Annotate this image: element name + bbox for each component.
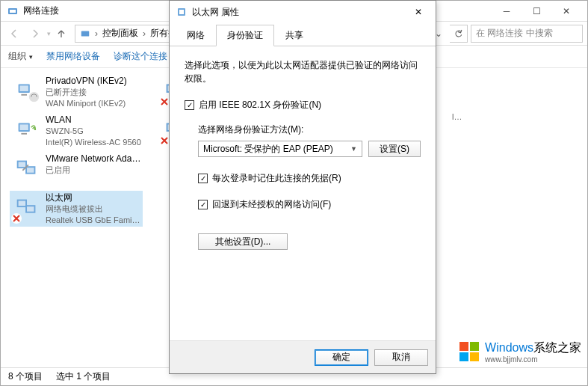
checkbox-label: 回退到未经授权的网络访问(F) (212, 198, 331, 211)
connection-status: 已启用 (46, 165, 141, 176)
svg-rect-5 (21, 94, 27, 96)
dialog-close-button[interactable]: ✕ (407, 3, 430, 21)
connection-item[interactable]: WLAN SWZN-5G Intel(R) Wireless-AC 9560 (10, 113, 158, 149)
tab-authentication[interactable]: 身份验证 (216, 25, 274, 46)
method-label: 选择网络身份验证方法(M): (198, 123, 421, 136)
search-placeholder: 在 网络连接 中搜索 (476, 27, 553, 40)
dialog-body: 选择此选项，以便为此以太网适配器提供已验证的网络访问权限。 启用 IEEE 80… (170, 46, 436, 340)
diagnose-button[interactable]: 诊断这个连接 (114, 50, 167, 63)
connection-device: Realtek USB GbE Family Con (46, 215, 141, 226)
minimize-button[interactable]: ─ (492, 1, 522, 21)
error-icon (159, 135, 170, 146)
svg-rect-1 (10, 10, 16, 13)
svg-rect-27 (179, 10, 184, 14)
watermark: Windows系统之家 www.bjjmlv.com (458, 340, 581, 364)
watermark-brand: Windows (485, 341, 533, 354)
windows-logo-icon (458, 340, 482, 364)
connection-status: SWZN-5G (46, 126, 141, 137)
connection-device: l Ar... (452, 111, 462, 123)
svg-rect-25 (470, 352, 479, 361)
network-icon (11, 192, 43, 224)
auth-method-dropdown[interactable]: Microsoft: 受保护的 EAP (PEAP) ▼ (198, 141, 362, 157)
selected-count: 选中 1 个项目 (56, 370, 111, 383)
item-count: 8 个项目 (8, 370, 43, 383)
dialog-description: 选择此选项，以便为此以太网适配器提供已验证的网络访问权限。 (185, 58, 421, 85)
svg-rect-24 (459, 352, 468, 361)
checkbox-icon (198, 200, 208, 209)
error-icon (159, 96, 170, 107)
connection-item-selected[interactable]: 以太网 网络电缆被拔出 Realtek USB GbE Family Con (10, 191, 143, 227)
other-settings-button[interactable]: 其他设置(D)... (198, 233, 288, 250)
checkbox-label: 启用 IEEE 802.1X 身份验证(N) (199, 99, 321, 111)
connection-name: VMware Network Adapter VMnet8 (46, 153, 141, 165)
network-icon (11, 114, 43, 146)
ok-button[interactable]: 确定 (315, 349, 368, 366)
checkbox-label: 每次登录时记住此连接的凭据(R) (212, 172, 341, 185)
watermark-url: www.bjjmlv.com (485, 355, 581, 364)
svg-rect-19 (19, 201, 25, 206)
connection-item[interactable]: VMware Network Adapter VMnet8 已启用 (10, 152, 143, 188)
connection-status: 网络电缆被拔出 (46, 203, 141, 215)
network-icon (11, 76, 43, 107)
svg-rect-23 (470, 342, 479, 351)
checkbox-icon (198, 174, 208, 183)
svg-rect-2 (81, 31, 90, 36)
fallback-checkbox[interactable]: 回退到未经授权的网络访问(F) (198, 198, 421, 211)
nav-history-dropdown[interactable]: ▾ (47, 30, 51, 37)
search-input[interactable]: 在 网络连接 中搜索 (471, 25, 583, 43)
connection-device: Intel(R) Wireless-AC 9560 (46, 137, 141, 148)
breadcrumb-item[interactable]: 控制面板 (102, 27, 138, 40)
svg-rect-22 (459, 342, 468, 351)
nav-forward-button[interactable] (26, 25, 44, 43)
breadcrumb-separator: › (93, 28, 99, 39)
dialog-tabs: 网络 身份验证 共享 (170, 25, 436, 46)
chevron-down-icon: ▼ (350, 145, 357, 153)
dialog-title: 以太网 属性 (192, 6, 407, 19)
dialog-titlebar[interactable]: 以太网 属性 ✕ (170, 1, 436, 23)
dropdown-value: Microsoft: 受保护的 EAP (PEAP) (203, 143, 333, 156)
refresh-button[interactable] (450, 25, 468, 43)
svg-rect-17 (27, 168, 34, 173)
tab-sharing[interactable]: 共享 (274, 25, 315, 46)
connection-name: 以太网 (46, 192, 141, 203)
connection-name: WLAN (46, 114, 141, 126)
svg-point-6 (29, 92, 39, 102)
remember-credentials-checkbox[interactable]: 每次登录时记住此连接的凭据(R) (198, 172, 421, 185)
organize-menu[interactable]: 组织 ▾ (8, 50, 33, 63)
disable-device-button[interactable]: 禁用网络设备 (46, 50, 100, 63)
checkbox-icon (185, 100, 194, 110)
properties-dialog: 以太网 属性 ✕ 网络 身份验证 共享 选择此选项，以便为此以太网适配器提供已验… (169, 0, 436, 374)
svg-rect-15 (19, 162, 25, 168)
dialog-icon (176, 6, 188, 18)
settings-button[interactable]: 设置(S) (368, 141, 421, 157)
nav-up-button[interactable] (54, 26, 69, 41)
connection-item[interactable]: l Ar... (451, 110, 464, 146)
dialog-footer: 确定 取消 (170, 340, 436, 373)
watermark-suffix: 系统之家 (533, 341, 581, 354)
cancel-button[interactable]: 取消 (374, 349, 428, 366)
network-icon (11, 153, 43, 185)
location-icon (80, 28, 90, 39)
maximize-button[interactable]: ☐ (522, 1, 551, 21)
connection-status: 已断开连接 (46, 87, 127, 98)
connection-name: PrivadoVPN (IKEv2) (46, 76, 127, 87)
connection-device: WAN Miniport (IKEv2) (46, 98, 127, 109)
svg-rect-4 (20, 85, 28, 91)
connection-item[interactable]: PrivadoVPN (IKEv2) 已断开连接 WAN Miniport (I… (10, 74, 158, 110)
tab-network[interactable]: 网络 (176, 25, 216, 46)
close-button[interactable]: ✕ (551, 1, 581, 21)
breadcrumb-separator: › (141, 28, 147, 39)
nav-back-button[interactable] (5, 25, 23, 43)
svg-rect-8 (20, 124, 28, 130)
svg-rect-9 (21, 133, 27, 135)
svg-rect-21 (27, 206, 34, 212)
app-icon (7, 5, 19, 17)
enable-8021x-checkbox[interactable]: 启用 IEEE 802.1X 身份验证(N) (185, 99, 421, 111)
error-icon (11, 213, 22, 224)
